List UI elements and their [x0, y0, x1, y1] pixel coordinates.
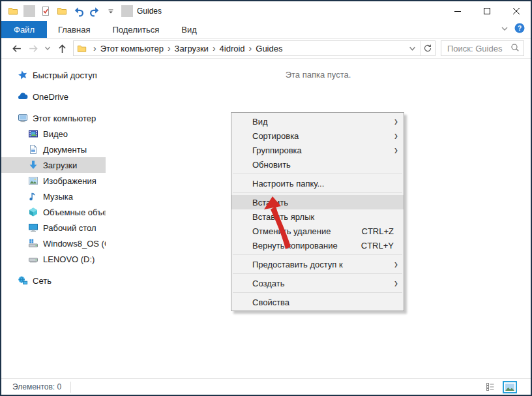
sidebar-item-desktop[interactable]: Рабочий стол [1, 220, 106, 236]
sidebar-item-pictures[interactable]: Изображения [1, 173, 106, 189]
ribbon-collapse-icon[interactable] [501, 23, 509, 35]
up-button[interactable] [53, 40, 70, 57]
menu-item-properties[interactable]: Свойства [231, 295, 404, 309]
qat-properties-button[interactable] [40, 5, 52, 17]
menu-item-give-access[interactable]: Предоставить доступ к› [231, 257, 404, 271]
ribbon-right-controls: ? [501, 21, 531, 38]
breadcrumb-item-this-pc[interactable]: Этот компьютер [100, 44, 164, 53]
sidebar-item-videos[interactable]: Видео [1, 126, 106, 142]
downloads-icon [28, 160, 38, 170]
app-folder-icon [7, 5, 19, 17]
desktop-icon [28, 222, 38, 233]
sidebar-item-3d-objects[interactable]: Объемные объекты [1, 204, 106, 220]
menu-separator [233, 292, 402, 293]
ribbon-tabs: ФайлГлавнаяПоделитьсяВид ? [1, 21, 531, 38]
menu-separator [233, 273, 402, 274]
menu-item-label: Вставить ярлык [252, 212, 398, 222]
explorer-window: Guides ФайлГлавнаяПоделитьсяВид ? [0, 0, 532, 396]
title-bar: Guides [1, 1, 531, 21]
sidebar-item-label: Загрузки [43, 160, 77, 170]
3d-objects-icon [28, 207, 38, 217]
menu-item-label: Предоставить доступ к [252, 260, 389, 269]
menu-item-view[interactable]: Вид› [231, 114, 404, 129]
svg-text:?: ? [518, 25, 522, 32]
sidebar-item-label: Сеть [33, 276, 52, 286]
thumbnail-view-button[interactable] [502, 380, 518, 394]
sidebar-item-music[interactable]: Музыка [1, 189, 106, 204]
navigation-pane: Быстрый доступOneDriveЭтот компьютерВиде… [1, 59, 106, 378]
sidebar-item-label: Объемные объекты [43, 207, 106, 217]
menu-item-new[interactable]: Создать› [231, 276, 404, 290]
context-menu: Вид›Сортировка›Группировка›ОбновитьНастр… [231, 112, 404, 311]
sidebar-item-network[interactable]: Сеть [1, 273, 106, 288]
menu-item-refresh[interactable]: Обновить [231, 157, 404, 172]
sidebar-item-drive-d[interactable]: LENOVO (D:) [1, 251, 106, 267]
onedrive-icon [18, 91, 28, 102]
submenu-arrow-icon: › [389, 129, 398, 142]
sidebar-item-this-pc[interactable]: Этот компьютер [1, 110, 106, 126]
tab-file[interactable]: Файл [1, 21, 47, 38]
sidebar-item-label: Этот компьютер [33, 114, 96, 123]
qat-redo-button[interactable] [89, 5, 100, 17]
refresh-button[interactable] [420, 41, 435, 55]
qat-new-folder-button[interactable] [56, 5, 68, 17]
close-button[interactable] [501, 1, 531, 21]
sidebar-item-downloads[interactable]: Загрузки [1, 157, 106, 173]
breadcrumb-item-downloads[interactable]: Загрузки [175, 44, 209, 53]
submenu-arrow-icon: › [389, 115, 398, 128]
sidebar-item-label: Музыка [43, 192, 73, 202]
toolbar-separator [23, 5, 35, 17]
minimize-button[interactable] [443, 1, 472, 21]
search-box[interactable]: Поиск: Guides [441, 40, 524, 56]
breadcrumb-item-4idroid[interactable]: 4idroid [220, 44, 245, 53]
forward-button[interactable] [25, 40, 42, 57]
address-bar[interactable]: ›Этот компьютер›Загрузки›4idroid›Guides [73, 40, 436, 56]
sidebar-item-label: LENOVO (D:) [43, 254, 95, 264]
sidebar-item-onedrive[interactable]: OneDrive [1, 89, 106, 104]
quick-access-icon [18, 70, 28, 80]
sidebar-item-label: Рабочий стол [43, 223, 96, 233]
menu-item-label: Группировка [252, 145, 389, 155]
sidebar-item-drive-c[interactable]: Windows8_OS (C:) [1, 236, 106, 251]
search-placeholder: Поиск: Guides [447, 44, 510, 53]
menu-item-label: Создать [252, 279, 389, 288]
window-title: Guides [137, 7, 162, 16]
sidebar-item-documents[interactable]: Документы [1, 142, 106, 157]
tab-view[interactable]: Вид [170, 21, 208, 38]
sidebar-item-label: Быстрый доступ [33, 70, 97, 80]
maximize-button[interactable] [472, 1, 501, 21]
qat-customize-button[interactable] [105, 5, 117, 17]
menu-item-customize-folder[interactable]: Настроить папку... [231, 176, 404, 190]
window-controls [443, 1, 531, 21]
menu-item-undo-delete[interactable]: Отменить удалениеCTRL+Z [231, 224, 404, 238]
tab-home[interactable]: Главная [47, 21, 101, 38]
videos-icon [28, 129, 38, 139]
qat-undo-button[interactable] [72, 5, 84, 17]
menu-item-sort-by[interactable]: Сортировка› [231, 129, 404, 143]
search-icon[interactable] [510, 43, 520, 54]
breadcrumb-separator-icon: › [245, 43, 256, 53]
menu-item-group-by[interactable]: Группировка› [231, 143, 404, 157]
empty-folder-text: Эта папка пуста. [106, 59, 531, 80]
sidebar-item-label: OneDrive [33, 92, 68, 102]
sidebar-item-quick-access[interactable]: Быстрый доступ [1, 67, 106, 83]
breadcrumb-separator-icon: › [164, 43, 175, 53]
menu-item-shortcut: CTRL+Y [361, 241, 394, 251]
help-icon[interactable]: ? [514, 23, 525, 36]
sidebar-item-label: Изображения [43, 176, 96, 186]
tab-share[interactable]: Поделиться [101, 21, 170, 38]
recent-locations-icon[interactable] [42, 40, 53, 57]
menu-item-redo-copy[interactable]: Вернуть копированиеCTRL+Y [231, 238, 404, 252]
navigation-toolbar: ›Этот компьютер›Загрузки›4idroid›Guides … [1, 38, 531, 59]
menu-item-paste-shortcut[interactable]: Вставить ярлык [231, 209, 404, 224]
back-button[interactable] [8, 40, 25, 57]
details-view-button[interactable] [482, 380, 498, 394]
menu-item-label: Сортировка [252, 131, 389, 141]
quick-access-toolbar [1, 5, 133, 17]
toolbar-separator [121, 5, 133, 17]
menu-item-label: Настроить папку... [252, 179, 398, 189]
sidebar-item-label: Windows8_OS (C:) [43, 239, 106, 249]
menu-item-paste[interactable]: Вставить [231, 195, 404, 209]
address-dropdown-icon[interactable] [405, 45, 420, 52]
breadcrumb-item-guides[interactable]: Guides [256, 44, 282, 53]
